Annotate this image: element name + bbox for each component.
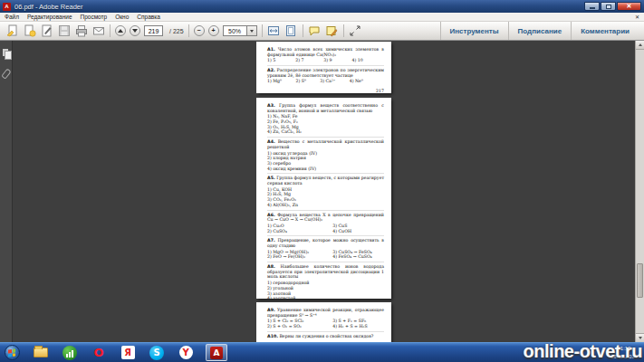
answer-option: 4) 10 xyxy=(351,58,362,63)
page-thumbnails-icon[interactable] xyxy=(0,46,13,61)
zoom-in-button[interactable]: + xyxy=(208,25,219,36)
email-icon[interactable] xyxy=(91,24,105,38)
question-id: A2. xyxy=(267,68,275,72)
fill-sign-icon[interactable] xyxy=(40,24,53,38)
scrollbar-thumb[interactable] xyxy=(637,263,643,298)
question-A4: A4. Вещество с металлической кристалличе… xyxy=(267,137,384,173)
toolbar-separator xyxy=(110,24,111,37)
vertical-scrollbar[interactable] xyxy=(635,41,644,342)
question-id: A3. xyxy=(267,103,275,108)
menu-bar-items: ФайлРедактированиеПросмотрОкноСправка xyxy=(5,14,160,20)
taskbar-item-yandex[interactable]: Я xyxy=(119,344,137,361)
question-text: A9. Уравнение химической реакции, отража… xyxy=(267,308,384,318)
answer-option: 4) азотистой xyxy=(267,296,384,299)
taskbar-item-yandex-browser[interactable]: Y xyxy=(177,344,195,361)
navigation-rail xyxy=(0,41,13,342)
question-text: A1. Число атомов всех химических элемент… xyxy=(267,47,384,57)
answer-options: 1) Cu, KOH2) H₂S, Mg3) CO₂, Fe₂O₃4) Al(O… xyxy=(267,187,384,208)
fit-width-icon[interactable] xyxy=(267,24,281,38)
question-id: A6. xyxy=(267,213,275,217)
previous-page-button[interactable] xyxy=(115,25,126,36)
menu-item-0[interactable]: Файл xyxy=(5,14,19,20)
page-number-input[interactable] xyxy=(144,25,163,36)
menu-item-1[interactable]: Редактирование xyxy=(27,14,72,20)
menu-bar-close-icon[interactable]: ✕ xyxy=(635,14,639,20)
answer-option: 2) S⁰ xyxy=(295,79,305,84)
yandex-icon: Я xyxy=(121,346,135,359)
taskbar-item-explorer[interactable] xyxy=(32,344,50,361)
tools-panel-button[interactable]: Инструменты xyxy=(440,22,508,40)
question-text: A7. Превращение, которое можно осуществи… xyxy=(267,238,384,248)
taskbar-item-skype[interactable]: S xyxy=(148,344,166,361)
scroll-up-button[interactable] xyxy=(636,41,644,50)
question-A9: A9. Уравнение химической реакции, отража… xyxy=(267,306,384,331)
start-button[interactable] xyxy=(3,344,21,361)
question-A7: A7. Превращение, которое можно осуществи… xyxy=(267,235,384,262)
question-id: A4. xyxy=(267,139,275,144)
clock-time: 21:15 xyxy=(610,345,638,352)
chevron-down-icon xyxy=(250,30,254,33)
maximize-button[interactable] xyxy=(601,2,616,11)
question-id: A8. xyxy=(267,264,275,269)
question-text: A10. Верны ли суждения о свойствах оксид… xyxy=(267,334,384,339)
question-A3: A3. Группа формул веществ соответственно… xyxy=(267,101,384,137)
yandex-browser-icon: Y xyxy=(179,346,193,359)
answer-option: 4) Al(OH)₃, Zn xyxy=(267,203,384,208)
toolbar-separator xyxy=(262,24,263,37)
zoom-out-button[interactable]: − xyxy=(194,25,205,36)
answer-option: 1) 5 xyxy=(267,58,275,63)
question-A5: A5. Группа формул веществ, с которыми ре… xyxy=(267,173,384,209)
menu-item-3[interactable]: Окно xyxy=(115,14,129,20)
menu-bar: ФайлРедактированиеПросмотрОкноСправка ✕ xyxy=(0,13,644,22)
next-page-button[interactable] xyxy=(130,25,140,36)
tray-clock[interactable]: 21:15 16.05.2017 xyxy=(610,345,641,359)
create-pdf-icon[interactable] xyxy=(23,24,36,38)
fit-page-icon[interactable] xyxy=(284,24,298,38)
window-title: 06.pdf - Adobe Reader xyxy=(14,3,583,11)
answer-option: 4) Ne⁰ xyxy=(350,79,363,84)
answer-option: 2) CuSO₄ xyxy=(267,229,332,234)
answer-option: 3) 9 xyxy=(323,58,332,63)
question-text: A6. Формула вещества X в цепочке превращ… xyxy=(267,213,384,223)
question-A8: A8. Наибольшее количество ионов водорода… xyxy=(267,262,384,299)
save-icon[interactable] xyxy=(57,24,71,38)
answer-options: 1) Mg⁰2) S⁰3) Ca²⁺4) Ne⁰ xyxy=(267,79,363,84)
taskbar-item-stats-app[interactable] xyxy=(61,344,79,361)
scroll-down-button[interactable] xyxy=(636,333,644,342)
arrow-down-icon xyxy=(132,29,138,33)
open-file-icon[interactable] xyxy=(5,24,19,38)
close-button[interactable]: ✕ xyxy=(617,2,641,11)
menu-item-4[interactable]: Справка xyxy=(137,14,160,20)
pdf-page-218: A3. Группа формул веществ соответственно… xyxy=(256,98,391,299)
answer-option: 2) S + O₂ = SO₂ xyxy=(267,324,332,329)
windows-logo-icon xyxy=(5,345,20,360)
zoom-dropdown-button[interactable] xyxy=(247,25,257,36)
taskbar: O Я S Y A 21:15 16.05.2017 xyxy=(0,342,644,362)
opera-icon: O xyxy=(93,346,103,359)
taskbar-item-opera[interactable]: O xyxy=(90,344,108,361)
attachments-icon[interactable] xyxy=(0,66,13,81)
answer-option: 4) Zn, CaCl₂, H₂ xyxy=(267,129,384,135)
taskbar-item-adobe-reader[interactable]: A xyxy=(206,344,227,361)
page-number: 217 xyxy=(267,89,384,93)
comments-panel-button[interactable]: Комментарии xyxy=(571,22,639,40)
menu-item-2[interactable]: Просмотр xyxy=(81,14,108,20)
print-icon[interactable] xyxy=(74,24,88,38)
answer-options: 1) MgO → Mg(OH)₂3) CuSO₄ → FeSO₄2) FeO →… xyxy=(267,250,384,260)
zoom-level-value[interactable]: 50% xyxy=(223,25,247,36)
question-A1: A1. Число атомов всех химических элемент… xyxy=(267,45,384,65)
question-id: A7. xyxy=(267,238,275,243)
question-text: A2. Распределение электронов по энергети… xyxy=(267,68,384,78)
signing-panel-button[interactable]: Подписание xyxy=(508,22,572,40)
page-total-label: / 225 xyxy=(169,28,184,34)
answer-options: 1) сероводородной2) угольной3) азотной4)… xyxy=(267,281,384,299)
comment-bubble-icon[interactable] xyxy=(308,24,322,38)
maximize-icon xyxy=(606,5,611,9)
answer-options: 1) Cu₂O3) CuS2) CuSO₄4) CuOH xyxy=(267,224,384,233)
answer-option: 4) оксид кремния (IV) xyxy=(267,167,384,172)
annotation-note-icon[interactable] xyxy=(325,24,339,38)
question-A10: A10. Верны ли суждения о свойствах оксид… xyxy=(267,331,384,341)
pdf-page-219: A9. Уравнение химической реакции, отража… xyxy=(256,302,391,342)
minimize-button[interactable] xyxy=(584,2,600,11)
fullscreen-icon[interactable] xyxy=(349,24,362,38)
